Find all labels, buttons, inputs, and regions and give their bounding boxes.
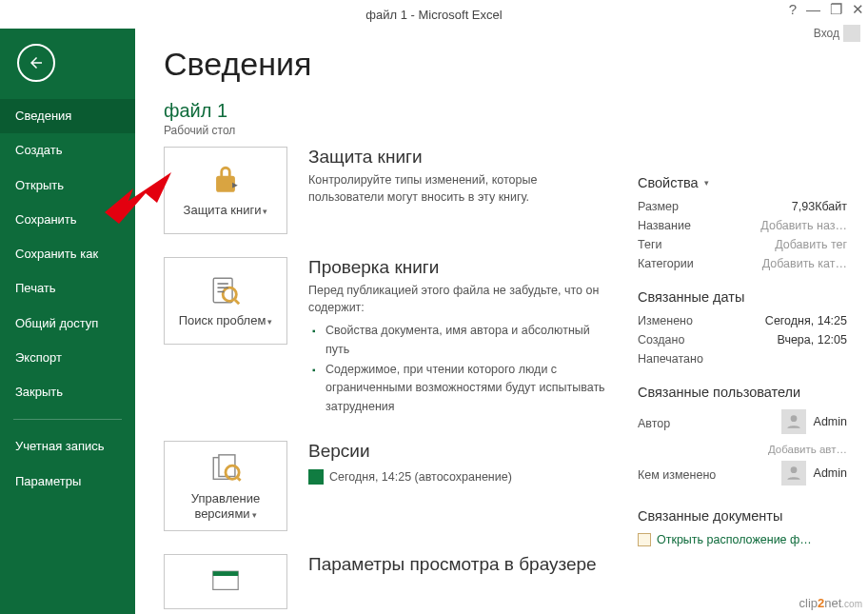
protect-desc: Контролируйте типы изменений, которые по… xyxy=(308,171,611,206)
date-printed-label: Напечатано xyxy=(638,352,703,366)
date-modified-label: Изменено xyxy=(638,314,693,327)
back-button[interactable] xyxy=(17,44,55,82)
inspect-button-label: Поиск проблем xyxy=(179,313,266,327)
properties-header[interactable]: Свойства ▾ xyxy=(638,175,847,190)
properties-label: Свойства xyxy=(638,175,699,190)
open-location-label: Открыть расположение ф… xyxy=(657,533,812,546)
author-name: Admin xyxy=(814,415,847,428)
inspect-item: Свойства документа, имя автора и абсолют… xyxy=(326,322,611,359)
chevron-down-icon: ▾ xyxy=(252,510,257,520)
nav-share[interactable]: Общий доступ xyxy=(0,307,135,341)
nav-account[interactable]: Учетная запись xyxy=(0,429,135,464)
watermark: clip2net.com xyxy=(799,596,863,610)
prop-size-value: 7,93Кбайт xyxy=(792,200,847,213)
prop-categories-label: Категории xyxy=(638,257,694,270)
prop-size-label: Размер xyxy=(638,200,679,213)
version-timestamp: Сегодня, 14:25 (автосохранение) xyxy=(329,470,512,484)
open-file-location[interactable]: Открыть расположение ф… xyxy=(638,533,847,546)
magnifier-icon xyxy=(208,273,243,307)
prop-tags-value[interactable]: Добавить тег xyxy=(775,238,847,251)
manage-versions-button[interactable]: Управление версиями▾ xyxy=(164,441,287,531)
nav-new[interactable]: Создать xyxy=(0,133,135,168)
user-avatar-icon xyxy=(781,409,806,434)
author-label: Автор xyxy=(638,417,670,430)
prop-title-value[interactable]: Добавить наз… xyxy=(760,219,847,232)
prop-tags-label: Теги xyxy=(638,238,661,251)
chevron-down-icon: ▾ xyxy=(263,207,267,216)
prop-title-label: Название xyxy=(638,219,691,232)
nav-divider xyxy=(13,419,122,420)
window-controls: ? — ❐ ✕ xyxy=(789,2,864,16)
title-bar: файл 1 - Microsoft Excel ? — ❐ ✕ xyxy=(0,0,868,29)
svg-point-8 xyxy=(790,466,797,473)
excel-file-icon xyxy=(308,469,324,485)
nav-open[interactable]: Открыть xyxy=(0,168,135,203)
related-docs-header: Связанные документы xyxy=(638,508,847,524)
date-created-label: Создано xyxy=(638,333,684,347)
browser-icon xyxy=(208,564,243,599)
nav-options[interactable]: Параметры xyxy=(0,465,135,499)
help-icon[interactable]: ? xyxy=(789,2,797,16)
page-heading: Сведения xyxy=(164,46,611,83)
date-modified-value: Сегодня, 14:25 xyxy=(765,314,847,327)
lock-icon xyxy=(208,163,243,197)
close-icon[interactable]: ✕ xyxy=(852,2,864,16)
chevron-down-icon: ▾ xyxy=(704,178,709,188)
chevron-down-icon: ▾ xyxy=(267,317,272,327)
user-avatar-icon xyxy=(781,461,806,485)
nav-close[interactable]: Закрыть xyxy=(0,375,135,409)
nav-info[interactable]: Сведения xyxy=(0,99,135,133)
nav-save[interactable]: Сохранить xyxy=(0,203,135,237)
modified-by-name: Admin xyxy=(814,466,847,480)
window-title: файл 1 - Microsoft Excel xyxy=(365,8,502,22)
versions-button-label: Управление версиями xyxy=(191,491,260,521)
file-name: файл 1 xyxy=(164,100,611,122)
nav-save-as[interactable]: Сохранить как xyxy=(0,237,135,271)
browser-view-button[interactable] xyxy=(164,554,287,609)
inspect-desc: Перед публикацией этого файла не забудьт… xyxy=(308,282,611,316)
backstage-sidebar: Сведения Создать Открыть Сохранить Сохра… xyxy=(0,29,135,614)
nav-export[interactable]: Экспорт xyxy=(0,341,135,375)
protect-button-label: Защита книги xyxy=(184,203,262,217)
protect-workbook-button[interactable]: Защита книги▾ xyxy=(164,147,287,234)
nav-print[interactable]: Печать xyxy=(0,271,135,306)
dates-header: Связанные даты xyxy=(638,289,847,305)
versions-title: Версии xyxy=(308,441,611,462)
inspect-title: Проверка книги xyxy=(308,257,611,278)
date-created-value: Вчера, 12:05 xyxy=(777,333,847,347)
versions-icon xyxy=(208,451,243,485)
folder-icon xyxy=(638,533,651,546)
protect-title: Защита книги xyxy=(308,147,611,168)
version-entry[interactable]: Сегодня, 14:25 (автосохранение) xyxy=(308,469,611,485)
inspect-item: Содержимое, при чтении которого люди с о… xyxy=(326,361,611,416)
modified-by-label: Кем изменено xyxy=(638,468,716,482)
prop-categories-value[interactable]: Добавить кат… xyxy=(762,257,847,270)
inspect-button[interactable]: Поиск проблем▾ xyxy=(164,257,287,345)
add-author[interactable]: Добавить авт… xyxy=(768,444,847,455)
users-header: Связанные пользователи xyxy=(638,385,847,400)
svg-rect-6 xyxy=(213,572,238,577)
browser-title: Параметры просмотра в браузере xyxy=(308,554,611,575)
minimize-icon[interactable]: — xyxy=(806,2,820,16)
file-path: Рабочий стол xyxy=(164,124,611,137)
svg-point-7 xyxy=(790,415,797,422)
restore-icon[interactable]: ❐ xyxy=(830,2,842,16)
